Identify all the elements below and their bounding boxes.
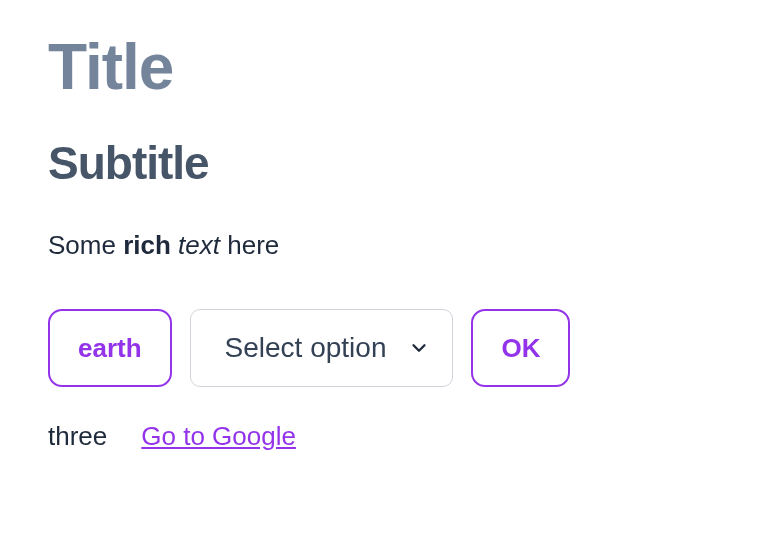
chevron-down-icon xyxy=(408,337,430,359)
page-title: Title xyxy=(48,30,726,104)
select-dropdown[interactable]: Select option xyxy=(190,309,454,387)
plain-text-three: three xyxy=(48,421,107,452)
controls-row: earth Select option OK xyxy=(48,309,726,387)
rich-text-line: Some rich text here xyxy=(48,230,726,261)
select-placeholder: Select option xyxy=(225,332,387,364)
rich-text-suffix: here xyxy=(220,230,279,260)
rich-text-bold: rich xyxy=(123,230,171,260)
rich-text-prefix: Some xyxy=(48,230,123,260)
go-to-google-link[interactable]: Go to Google xyxy=(141,421,296,452)
ok-button[interactable]: OK xyxy=(471,309,570,387)
rich-text-space xyxy=(171,230,178,260)
earth-button[interactable]: earth xyxy=(48,309,172,387)
rich-text-italic: text xyxy=(178,230,220,260)
bottom-row: three Go to Google xyxy=(48,421,726,452)
page-subtitle: Subtitle xyxy=(48,136,726,190)
